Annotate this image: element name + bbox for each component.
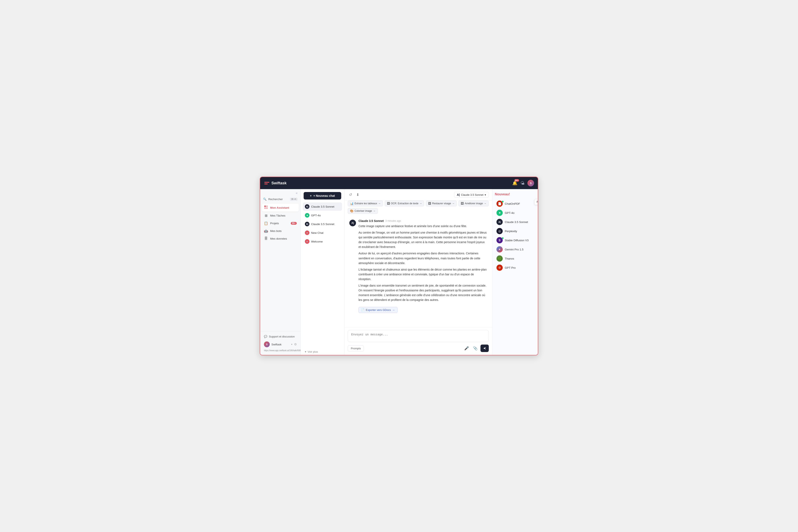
gemini-icon: ✦ [496,246,503,252]
ocr-button[interactable]: 🖼 OCR: Extraction de texte → [385,201,424,206]
gpt4o-label: GPT-4o [505,211,515,214]
chat-item[interactable]: ✦ GPT-4o ··· [303,211,342,220]
message-avatar: A| [349,220,356,226]
message-input[interactable] [348,330,489,342]
ai-item-chatonpdf[interactable]: 📄 ChatOnPDF Fermer la description [495,199,535,208]
notification-icon[interactable]: 🔔 99+ [512,180,517,186]
bots-icon: 🤖 [264,229,268,233]
swiftask-icon: ≡ [305,230,309,235]
gemini-label: Gemini Pro 1.5 [505,248,524,251]
topbar-right: 🔔 99+ 🌤 S [512,180,534,186]
support-button[interactable]: 💬 Support et discussion [262,333,299,340]
extraire-tableaux-button[interactable]: 📊 Extraire les tableaux → [348,201,383,206]
projets-badge: 99+ [291,222,297,225]
chat-list: + + Nouveau chat A| Claude 3.5 Sonnet ··… [301,189,344,355]
sidebar-item-assistant[interactable]: Mon Assistant [262,204,299,212]
topbar-logo: Swiftask [264,180,287,186]
svg-rect-0 [264,182,269,183]
model-selector[interactable]: A| Claude 3.5 Sonnet ▾ [454,192,489,197]
extraire-label: Extraire les tableaux [355,202,377,205]
ai-item-gpt4o[interactable]: ✦ GPT-4o [495,208,535,217]
close-description-tooltip[interactable]: Fermer la description [534,199,538,205]
arrow-icon: → [419,202,422,205]
chat-item[interactable]: A| Claude 3.5 Sonnet ··· [303,220,342,228]
new-chat-button[interactable]: + + Nouveau chat [304,192,341,200]
main-chat: ↺ ⬇ A| Claude 3.5 Sonnet ▾ 📊 Extraire le… [344,189,492,355]
donnees-label: Mes données [270,237,287,240]
chat-item[interactable]: ≡ Welcome ··· [303,237,342,246]
ai-item-perplexity[interactable]: ◎ Perplexity [495,227,535,236]
chat-toolbar: ↺ ⬇ A| Claude 3.5 Sonnet ▾ [344,189,492,201]
coloriser-icon: 🎨 [350,209,354,213]
ameliorer-label: Améliorer image [465,202,483,205]
send-icon [483,347,486,350]
ameliorer-button[interactable]: 🖼 Améliorer image → [458,201,489,206]
search-icon: 🔍 [263,197,267,201]
gpt-icon: ✦ [305,213,309,217]
ai-item-stable[interactable]: S Stable Diffusion V3 [495,236,535,245]
assistant-icon [264,205,268,210]
ai-item-thanos[interactable]: 🌿 Thanos [495,254,535,263]
plus-icon: + [310,194,311,197]
topbar-title: Swiftask [271,181,287,185]
sidebar-item-bots[interactable]: 🤖 Mes bots [262,227,299,235]
sidebar-item-taches[interactable]: ⊞ Mes Tâches [262,212,299,219]
left-sidebar: « 🔍 Rechercher ⌘+K Mon Assistant ⊞ Mes T… [260,189,301,355]
see-more-button[interactable]: ▾ Voir plus [301,348,344,355]
prompts-button[interactable]: Prompts [348,345,364,352]
restaurer-button[interactable]: 🖼 Restaurer visage → [426,201,457,206]
coloriser-button[interactable]: 🎨 Coloriser image → [348,208,378,214]
arrow-icon: → [484,202,487,205]
status-url: https://www.app.swiftask.ai/186/talk/688… [262,349,299,353]
notification-badge: 99+ [514,179,519,182]
chat-item-label: GPT-4o [311,214,336,217]
bots-label: Mes bots [270,229,282,232]
arrow-icon: → [378,202,381,205]
chat-item[interactable]: ≡ New Chat ··· [303,229,342,237]
search-shortcut: ⌘+K [290,197,298,201]
thanos-icon: 🌿 [496,255,503,262]
projets-icon: 📋 [264,221,268,225]
ai-item-claude[interactable]: A| Claude 3.5 Sonnet [495,217,535,227]
export-gdocs-button[interactable]: 📄 Exporter vers GDocs → [359,307,398,313]
chat-item[interactable]: A| Claude 3.5 Sonnet ··· [303,203,342,211]
ocr-icon: 🖼 [387,202,390,205]
restaurer-label: Restaurer visage [432,202,451,205]
sidebar-item-projets[interactable]: 📋 Projets 99+ [262,220,299,227]
claude-right-label: Claude 3.5 Sonnet [505,221,528,224]
right-panel: Nouveau! 📄 ChatOnPDF Fermer la descripti… [492,189,538,355]
weather-icon[interactable]: 🌤 [520,181,525,186]
message-block: A| Claude 3.5 Sonnet 3 minutes ago Cette… [349,219,487,313]
topbar: Swiftask 🔔 99+ 🌤 S [260,177,538,189]
user-avatar[interactable]: S [528,180,534,186]
ai-item-gptpro[interactable]: ⚙ GPT Pro [495,263,535,272]
refresh-button[interactable]: ↺ [348,192,353,198]
user-chevron-icon: ▾ [291,343,292,346]
search-button[interactable]: 🔍 Rechercher ⌘+K [260,196,301,203]
download-button[interactable]: ⬇ [355,192,361,198]
chat-item-label: Claude 3.5 Sonnet [311,223,336,226]
taches-icon: ⊞ [264,214,268,217]
chat-scroll-area: A| Claude 3.5 Sonnet 3 minutes ago Cette… [344,216,492,327]
table-icon: 📊 [350,202,354,205]
sidebar-user[interactable]: S Swiftask ▾ ⚙ [262,340,299,349]
ai-item-gemini[interactable]: ✦ Gemini Pro 1.5 [495,245,535,254]
sidebar-nav: Mon Assistant ⊞ Mes Tâches 📋 Projets 99+… [260,203,301,331]
swiftask-icon-2: ≡ [305,239,309,244]
toolbar-second-row: 📊 Extraire les tableaux → 🖼 OCR: Extract… [344,201,492,216]
prompts-label: Prompts [351,347,361,350]
arrow-icon: → [373,209,376,212]
microphone-button[interactable]: 🎤 [463,345,470,352]
settings-icon[interactable]: ⚙ [294,342,297,346]
collapse-button[interactable]: « [260,189,301,196]
export-label: Exporter vers GDocs [366,308,391,311]
sidebar-item-donnees[interactable]: 🗄 Mes données [262,235,299,242]
claude-icon-2: A| [305,222,309,226]
attachment-button[interactable]: 📎 [472,345,479,352]
claude-model-icon: A| [457,193,460,196]
ocr-label: OCR: Extraction de texte [391,202,419,205]
send-button[interactable] [480,345,489,352]
chat-item-label: New Chat [311,231,336,234]
taches-label: Mes Tâches [270,214,285,217]
svg-rect-2 [264,206,266,207]
